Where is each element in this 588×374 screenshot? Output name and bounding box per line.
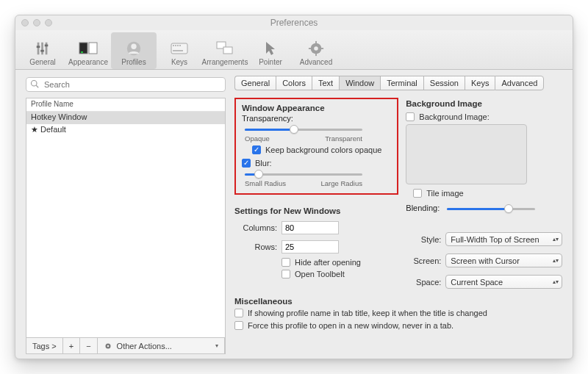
rows-input[interactable] [282, 240, 339, 253]
blending-slider[interactable] [447, 204, 535, 214]
svg-rect-22 [315, 53, 317, 56]
svg-rect-0 [37, 43, 40, 55]
svg-line-26 [36, 85, 38, 87]
svg-rect-6 [79, 43, 87, 54]
svg-rect-13 [175, 45, 176, 46]
list-header: Profile Name [26, 98, 225, 112]
svg-rect-14 [177, 45, 179, 46]
window-appearance-section: Window Appearance Transparency: OpaqueTr… [234, 98, 398, 195]
window-title: Preferences [21, 18, 567, 28]
blur-checkbox[interactable]: ✓Blur: [242, 159, 272, 168]
minimize-icon[interactable] [33, 19, 40, 26]
keep-profile-name-checkbox[interactable]: If showing profile name in tab title, ke… [234, 309, 487, 317]
svg-rect-5 [45, 45, 49, 47]
svg-rect-24 [320, 48, 323, 49]
sidebar: Profile Name Hotkey Window ★ Default Tag… [15, 70, 230, 359]
gear-icon [33, 40, 52, 57]
toolbar-appearance[interactable]: Appearance [65, 32, 111, 69]
remove-button[interactable]: − [80, 338, 97, 353]
style-select[interactable]: Full-Width Top of Screen▴▾ [445, 232, 562, 246]
section-title: Miscellaneous [234, 297, 562, 306]
svg-rect-3 [37, 46, 40, 48]
toolbar-profiles[interactable]: Profiles [111, 32, 157, 69]
chevron-updown-icon: ▴▾ [553, 280, 559, 284]
svg-rect-2 [46, 43, 48, 55]
detail-pane: General Colors Text Window Terminal Sess… [230, 70, 573, 359]
toolbar: General Appearance Profiles Keys Arrange… [15, 30, 573, 70]
preferences-window: Preferences General Appearance Profiles … [15, 15, 573, 359]
search-icon [30, 79, 39, 88]
zoom-icon[interactable] [45, 19, 52, 26]
svg-point-28 [107, 345, 109, 347]
chevron-updown-icon: ▴▾ [553, 237, 559, 242]
svg-rect-1 [41, 43, 43, 55]
hide-after-opening-checkbox[interactable]: Hide after opening [282, 258, 398, 267]
svg-rect-4 [40, 50, 44, 52]
chevron-down-icon: ▾ [215, 342, 218, 349]
tab-advanced[interactable]: Advanced [495, 76, 544, 90]
svg-rect-15 [179, 45, 181, 46]
svg-rect-18 [223, 47, 232, 54]
svg-point-25 [32, 81, 37, 87]
search-input[interactable] [26, 77, 226, 92]
tab-general[interactable]: General [234, 76, 276, 90]
keep-opaque-checkbox[interactable]: ✓Keep background colors opaque [252, 145, 381, 154]
appearance-icon [79, 40, 98, 57]
section-title: Window Appearance [242, 104, 391, 112]
tab-keys[interactable]: Keys [465, 76, 495, 90]
screen-select[interactable]: Screen with Cursor▴▾ [445, 253, 562, 267]
list-item[interactable]: Hotkey Window [26, 112, 225, 124]
toolbar-general[interactable]: General [20, 32, 65, 69]
tabs: General Colors Text Window Terminal Sess… [234, 76, 562, 90]
tab-session[interactable]: Session [423, 76, 465, 90]
tab-window[interactable]: Window [339, 76, 380, 90]
gear-icon [104, 342, 112, 350]
bg-image-well[interactable] [406, 124, 527, 184]
search-field[interactable] [26, 77, 226, 92]
toolbar-advanced[interactable]: Advanced [293, 32, 339, 69]
section-title: Settings for New Windows [234, 206, 398, 215]
svg-point-20 [314, 46, 318, 51]
tab-text[interactable]: Text [312, 76, 339, 90]
toolbar-pointer[interactable]: Pointer [248, 32, 293, 69]
svg-rect-8 [81, 51, 83, 53]
section-title: Background Image [406, 99, 562, 108]
tab-colors[interactable]: Colors [276, 76, 312, 90]
arrangements-icon [215, 40, 234, 57]
toolbar-arrangements[interactable]: Arrangements [202, 32, 248, 69]
bg-image-checkbox[interactable]: Background Image: [406, 112, 562, 121]
blur-slider[interactable] [245, 169, 362, 179]
pointer-icon [261, 40, 280, 57]
profile-list[interactable]: Profile Name Hotkey Window ★ Default [26, 98, 226, 338]
tile-image-checkbox[interactable]: Tile image [413, 189, 562, 198]
svg-rect-21 [315, 41, 317, 44]
svg-point-10 [131, 44, 136, 49]
tags-button[interactable]: Tags > [26, 338, 63, 353]
toolbar-keys[interactable]: Keys [157, 32, 202, 69]
advanced-gear-icon [306, 40, 326, 57]
open-toolbelt-checkbox[interactable]: Open Toolbelt [282, 270, 398, 278]
svg-rect-23 [309, 48, 312, 49]
keys-icon [170, 40, 189, 57]
space-select[interactable]: Current Space▴▾ [445, 275, 562, 289]
transparency-slider[interactable] [245, 124, 362, 134]
list-item[interactable]: ★ Default [26, 124, 225, 137]
close-icon[interactable] [21, 19, 29, 26]
tab-terminal[interactable]: Terminal [380, 76, 423, 90]
list-bottombar: Tags > + − Other Actions... ▾ [26, 338, 226, 354]
chevron-updown-icon: ▴▾ [553, 259, 559, 263]
titlebar: Preferences [15, 15, 573, 30]
force-new-window-checkbox[interactable]: Force this profile to open in a new wind… [234, 321, 453, 330]
profiles-icon [124, 40, 143, 57]
svg-rect-16 [173, 50, 183, 51]
add-button[interactable]: + [63, 338, 80, 353]
columns-input[interactable] [282, 221, 339, 234]
svg-rect-7 [89, 43, 97, 54]
transparency-label: Transparency: [242, 114, 391, 123]
svg-rect-12 [173, 45, 174, 46]
other-actions-button[interactable]: Other Actions... ▾ [98, 338, 225, 353]
